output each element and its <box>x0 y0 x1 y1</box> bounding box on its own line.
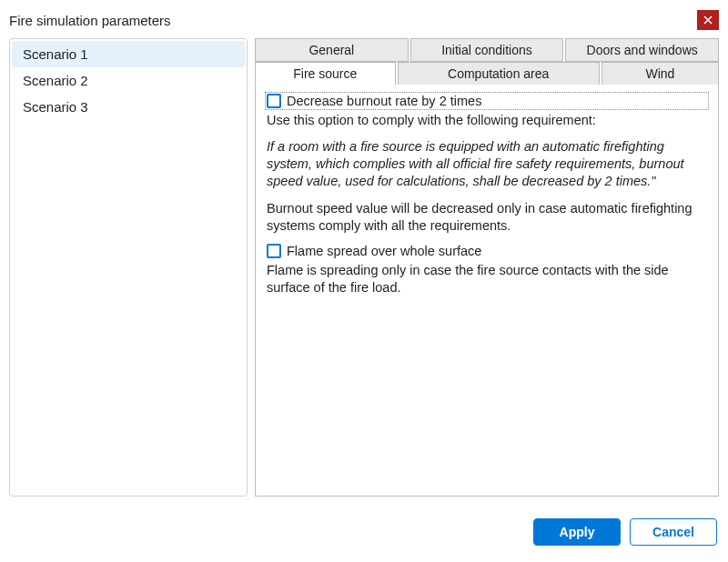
tab-initial-conditions[interactable]: Initial conditions <box>410 38 564 62</box>
tab-general[interactable]: General <box>255 38 409 62</box>
tab-doors-and-windows[interactable]: Doors and windows <box>565 38 719 62</box>
tab-fire-source[interactable]: Fire source <box>255 62 396 85</box>
scenario-list: Scenario 1 Scenario 2 Scenario 3 <box>9 38 248 497</box>
tab-computation-area[interactable]: Computation area <box>398 62 600 85</box>
tab-wind[interactable]: Wind <box>602 62 719 85</box>
tab-container: General Initial conditions Doors and win… <box>255 38 719 497</box>
sidebar-item-label: Scenario 1 <box>23 46 88 62</box>
flame-spread-checkbox[interactable]: Flame spread over whole surface <box>267 244 707 258</box>
sidebar-item-label: Scenario 3 <box>23 99 88 115</box>
decrease-quote-text: If a room with a fire source is equipped… <box>267 138 707 190</box>
sidebar-item-scenario-1[interactable]: Scenario 1 <box>12 41 245 67</box>
flame-spread-label: Flame spread over whole surface <box>287 244 481 258</box>
checkbox-icon <box>267 244 281 258</box>
decrease-burnout-label: Decrease burnout rate by 2 times <box>287 94 481 108</box>
tabpage-fire-source: Decrease burnout rate by 2 times Use thi… <box>255 85 719 497</box>
apply-button[interactable]: Apply <box>533 518 621 546</box>
decrease-note-text: Burnout speed value will be decreased on… <box>267 200 707 235</box>
sidebar-item-scenario-3[interactable]: Scenario 3 <box>12 94 245 120</box>
cancel-button[interactable]: Cancel <box>630 518 717 546</box>
decrease-burnout-checkbox[interactable]: Decrease burnout rate by 2 times <box>267 94 707 108</box>
close-icon <box>703 14 713 27</box>
checkbox-icon <box>267 94 281 108</box>
decrease-intro-text: Use this option to comply with the follo… <box>267 112 707 129</box>
window-title: Fire simulation parameters <box>9 13 171 28</box>
flame-note-text: Flame is spreading only in case the fire… <box>267 262 707 296</box>
close-button[interactable] <box>697 10 719 30</box>
sidebar-item-label: Scenario 2 <box>23 73 88 88</box>
sidebar-item-scenario-2[interactable]: Scenario 2 <box>12 67 245 94</box>
